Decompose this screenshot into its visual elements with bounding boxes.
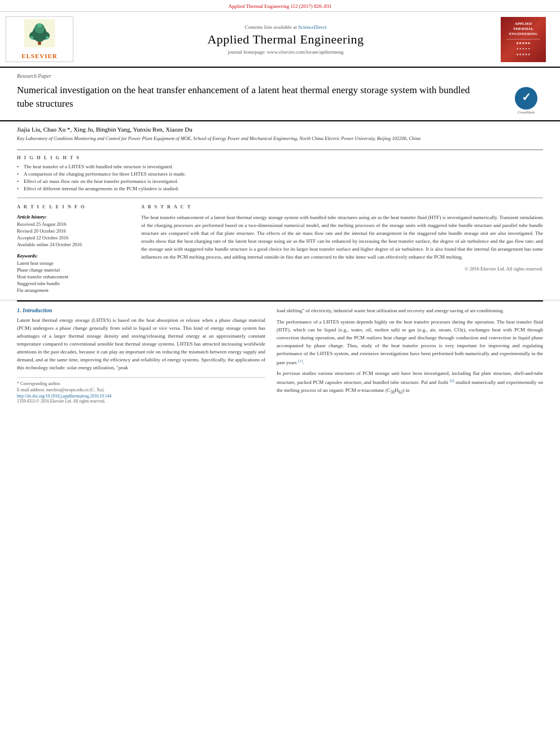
- header-center: Contents lists available at ScienceDirec…: [79, 16, 492, 62]
- copyright-line: © 2016 Elsevier Ltd. All rights reserved…: [141, 261, 543, 272]
- journal-homepage: journal homepage: www.elsevier.com/locat…: [228, 49, 344, 55]
- section1-right-para1: load shifting" of electricity, industria…: [277, 307, 543, 315]
- logo-top-text: [23, 19, 56, 49]
- badge-line2: THERMAL: [513, 27, 533, 32]
- crossmark-container: ✓ CrossMark: [509, 86, 543, 115]
- elsevier-brand: ELSEVIER: [21, 53, 58, 59]
- history-label: Article history:: [17, 214, 130, 220]
- highlight-item: The heat transfer of a LHTES with bundle…: [17, 164, 543, 169]
- highlight-item: Effect of different internal fin arrange…: [17, 186, 543, 191]
- badge-line3: ENGINEERING: [509, 32, 538, 37]
- svg-point-6: [30, 36, 33, 39]
- available-date: Available online 24 October 2016: [17, 242, 130, 247]
- section1-para1: Latent heat thermal energy storage (LHTE…: [17, 317, 265, 372]
- crossmark-label: CrossMark: [517, 110, 535, 115]
- keyword-item: Fin arrangement: [17, 287, 130, 293]
- highlights-header: H I G H L I G H T S: [17, 155, 543, 160]
- section1-right-para3: In previous studies various structures o…: [277, 370, 543, 395]
- highlights-section: H I G H L I G H T S The heat transfer of…: [17, 150, 543, 198]
- article-title-section: Numerical investigation on the heat tran…: [0, 81, 560, 121]
- badge-line1: APPLIED: [515, 21, 532, 27]
- footnote-section: * Corresponding author. E-mail address: …: [17, 377, 265, 404]
- highlight-item: A comparison of the charging performance…: [17, 171, 543, 177]
- main-content: 1. Introduction Latent heat thermal ener…: [0, 302, 560, 410]
- section1-right-para2: The performance of a LHTES system depend…: [277, 318, 543, 367]
- highlights-list: The heat transfer of a LHTES with bundle…: [17, 164, 543, 191]
- doi-link[interactable]: http://dx.doi.org/10.1016/j.applthermale…: [17, 394, 265, 399]
- article-history: Article history: Received 25 August 2016…: [17, 214, 130, 247]
- journal-badge-container: APPLIED THERMAL ENGINEERING ■ ■ ■ ■ ■ ● …: [498, 16, 549, 62]
- article-info-abstract: A R T I C L E I N F O Article history: R…: [0, 198, 560, 300]
- received-date: Received 25 August 2016: [17, 221, 130, 227]
- keyword-item: Staggered tube bundle: [17, 281, 130, 286]
- keywords-label: Keywords:: [17, 253, 130, 259]
- right-column: load shifting" of electricity, industria…: [277, 307, 543, 404]
- science-direct-link[interactable]: ScienceDirect: [298, 24, 326, 30]
- authors-names: Jiajia Liu, Chao Xu *, Xing Ju, Bingbin …: [17, 126, 543, 133]
- article-info-column: A R T I C L E I N F O Article history: R…: [17, 204, 130, 294]
- top-bar: Applied Thermal Engineering 112 (2017) 8…: [0, 0, 560, 12]
- journal-title: Applied Thermal Engineering: [207, 32, 364, 47]
- abstract-header: A B S T R A C T: [141, 204, 543, 209]
- abstract-column: A B S T R A C T The heat transfer enhanc…: [141, 204, 543, 294]
- article-title: Numerical investigation on the heat tran…: [17, 84, 480, 111]
- keyword-item: Heat transfer enhancement: [17, 274, 130, 279]
- footnote-email: E-mail address: mechxu@ncepu.edu.cn (C. …: [17, 387, 265, 392]
- abstract-text: The heat transfer enhancement of a laten…: [141, 214, 543, 261]
- elsevier-tree-icon: [23, 19, 56, 47]
- journal-header: ELSEVIER Contents lists available at Sci…: [0, 12, 560, 68]
- svg-text:✓: ✓: [522, 91, 531, 103]
- revised-date: Revised 20 October 2016: [17, 228, 130, 234]
- article-type: Research Paper: [0, 68, 560, 81]
- issn-text: 1359-4311/© 2016 Elsevier Ltd. All right…: [17, 399, 265, 404]
- svg-point-7: [46, 36, 49, 39]
- left-column: 1. Introduction Latent heat thermal ener…: [17, 307, 265, 404]
- journal-reference: Applied Thermal Engineering 112 (2017) 8…: [228, 3, 331, 9]
- crossmark-icon: ✓: [514, 86, 538, 110]
- keyword-item: Latent heat storage: [17, 260, 130, 266]
- journal-badge: APPLIED THERMAL ENGINEERING ■ ■ ■ ■ ■ ● …: [501, 17, 546, 62]
- article-info-header: A R T I C L E I N F O: [17, 204, 130, 209]
- footnote-label: * Corresponding author.: [17, 381, 265, 386]
- authors-section: Jiajia Liu, Chao Xu *, Xing Ju, Bingbin …: [0, 121, 560, 149]
- accepted-date: Accepted 22 October 2016: [17, 235, 130, 241]
- elsevier-logo: ELSEVIER: [6, 16, 73, 62]
- keyword-item: Phase change material: [17, 267, 130, 273]
- svg-point-8: [37, 23, 41, 27]
- affiliation: Key Laboratory of Condition Monitoring a…: [17, 136, 543, 142]
- section1-title: 1. Introduction: [17, 307, 265, 313]
- highlight-item: Effect of air mass flow rate on the heat…: [17, 178, 543, 184]
- contents-available: Contents lists available at ScienceDirec…: [245, 24, 327, 30]
